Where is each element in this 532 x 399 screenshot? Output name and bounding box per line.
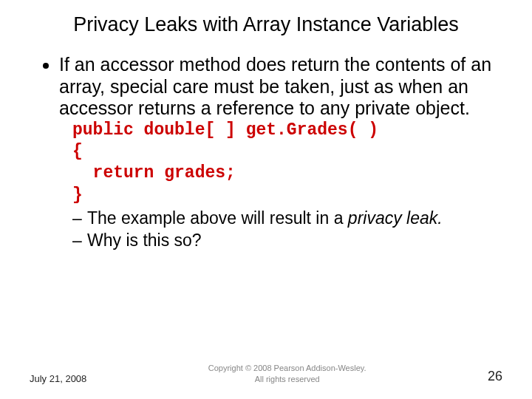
footer: July 21, 2008 Copyright © 2008 Pearson A… <box>0 363 532 384</box>
code-line-1: public double[ ] get.Grades( ) <box>72 120 378 140</box>
code-line-4: } <box>72 185 83 205</box>
sub-bullet-2: Why is this so? <box>72 230 504 252</box>
code-block: public double[ ] get.Grades( ) { return … <box>72 120 504 207</box>
slide: Privacy Leaks with Array Instance Variab… <box>0 0 532 399</box>
bullet-text-1: If an accessor method does return the co… <box>59 54 491 118</box>
footer-date: July 21, 2008 <box>30 373 86 384</box>
sub1-italic: privacy leak. <box>348 208 443 228</box>
sub1-prefix: The example above will result in a <box>87 208 348 228</box>
code-line-2: { <box>72 142 83 161</box>
bullet-item-1: If an accessor method does return the co… <box>59 54 504 252</box>
copyright-line-1: Copyright © 2008 Pearson Addison-Wesley. <box>208 364 366 372</box>
slide-title: Privacy Leaks with Array Instance Variab… <box>28 13 504 36</box>
copyright-line-2: All rights reserved <box>255 375 320 383</box>
code-line-3: return grades; <box>72 163 236 183</box>
page-number: 26 <box>488 369 502 384</box>
bullet-list: If an accessor method does return the co… <box>28 54 504 252</box>
sub-bullet-1: The example above will result in a priva… <box>72 208 504 230</box>
footer-copyright: Copyright © 2008 Pearson Addison-Wesley.… <box>101 363 473 384</box>
sub-bullet-list: The example above will result in a priva… <box>59 208 504 252</box>
